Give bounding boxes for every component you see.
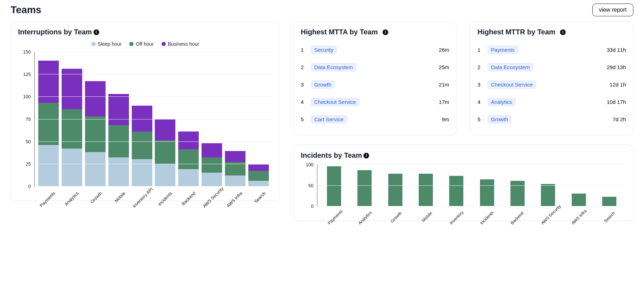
bar[interactable] [357,170,372,206]
team-chip[interactable]: Data Ecosystem [487,63,533,72]
y-tick: 50 [301,183,313,188]
card-title: Incidents by Team i [301,151,626,160]
team-chip[interactable]: Growth [311,80,335,89]
rank-number: 5 [301,116,306,122]
bar-segment [132,132,152,159]
bar[interactable] [178,132,199,186]
bar-segment [62,109,82,149]
bar-segment [248,181,269,186]
bar[interactable] [449,176,463,206]
bar[interactable] [572,194,586,206]
rank-value: 25m [439,64,449,70]
x-label: Incidents [479,211,494,225]
bar-segment [155,140,175,164]
card-title: Highest MTTA by Team i [301,28,449,36]
x-label: Backend [179,191,197,209]
bar[interactable] [225,151,245,186]
bar[interactable] [248,164,269,186]
bar[interactable] [541,184,555,206]
bar-segment [202,157,222,173]
bar-segment [108,94,129,125]
x-label: Analytics [357,211,372,225]
x-label: Search [601,211,616,225]
y-tick: 100 [301,162,313,167]
bar[interactable] [602,197,616,206]
team-chip[interactable]: Cart Service [311,115,347,124]
x-label: Search [249,191,267,209]
team-chip[interactable]: Data Ecosystem [311,63,356,72]
bar-segment [202,173,222,186]
rank-row: 5Growth7d 2h [478,111,626,128]
info-icon[interactable]: i [363,153,369,158]
rank-number: 4 [478,99,482,105]
title-text: Interruptions by Team [18,28,92,36]
rank-value: 12d 1h [610,82,626,88]
y-tick: 50 [18,139,31,144]
rank-row: 4Checkout Service17m [301,93,449,111]
rank-value: 21m [439,82,449,88]
bar-segment [248,171,269,181]
bar-segment [85,116,106,152]
x-label: Mobile [108,191,126,209]
bar[interactable] [62,69,82,186]
card-title: Interruptions by Team i [18,28,272,36]
bar[interactable] [108,94,129,186]
bar[interactable] [480,179,494,206]
rank-value: 7d 2h [612,116,626,122]
mttr-list: 1Payments33d 11h2Data Ecosystem29d 13h3C… [478,41,626,128]
rank-number: 4 [301,99,306,105]
bar-segment [202,143,222,157]
bar[interactable] [419,174,433,206]
swatch-icon [91,42,96,46]
x-label: Growth [388,211,402,225]
mtta-card: Highest MTTA by Team i 1Security26m2Data… [293,21,457,135]
rank-value: 33d 11h [607,47,626,53]
page-title: Teams [11,4,41,16]
y-tick: 100 [18,94,31,99]
y-tick: 25 [18,161,31,166]
bar[interactable] [202,143,222,186]
team-chip[interactable]: Payments [487,45,518,54]
y-tick: 150 [18,49,31,55]
bar[interactable] [132,106,152,186]
info-icon[interactable]: i [560,29,566,35]
bar[interactable] [38,61,59,186]
legend-label: Sleep hour [98,41,122,47]
y-tick: 125 [18,72,31,77]
x-label: AWS Security [540,211,555,225]
view-report-button[interactable]: view report [592,4,633,16]
bar[interactable] [510,181,525,206]
rank-row: 1Payments33d 11h [478,41,626,58]
team-chip[interactable]: Checkout Service [487,80,536,89]
mttr-card: Highest MTTR by Team i 1Payments33d 11h2… [470,21,633,135]
bar[interactable] [327,166,341,206]
team-chip[interactable]: Analytics [487,97,516,106]
x-label: Backend [509,211,524,225]
rank-row: 3Checkout Service12d 1h [478,76,626,93]
info-icon[interactable]: i [383,29,388,35]
bar-segment [178,169,199,186]
x-label: Inventory API [132,191,150,209]
rank-row: 4Analytics10d 17h [478,93,626,111]
x-label: Growth [85,191,103,209]
y-tick: 0 [301,203,313,209]
info-icon[interactable]: i [94,29,99,35]
incidents-chart: 050100 PaymentsAnalyticsGrowthMobileInve… [301,164,626,213]
x-label: AWS Infra [225,191,243,209]
team-chip[interactable]: Checkout Service [311,97,360,106]
bar-segment [178,149,199,169]
rank-row: 1Security26m [301,41,449,58]
legend-item-sleep: Sleep hour [91,41,122,47]
team-chip[interactable]: Growth [487,115,512,124]
bar-segment [132,106,152,132]
legend-label: Business hour [168,41,199,47]
bar[interactable] [388,174,402,206]
swatch-icon [129,42,134,46]
bar[interactable] [85,81,106,186]
rank-value: 26m [439,47,449,53]
card-title: Highest MTTR by Team i [478,28,626,36]
team-chip[interactable]: Security [311,45,337,54]
bar[interactable] [155,119,175,186]
rank-value: 10d 17h [607,99,626,105]
rank-row: 5Cart Service9m [301,111,449,128]
